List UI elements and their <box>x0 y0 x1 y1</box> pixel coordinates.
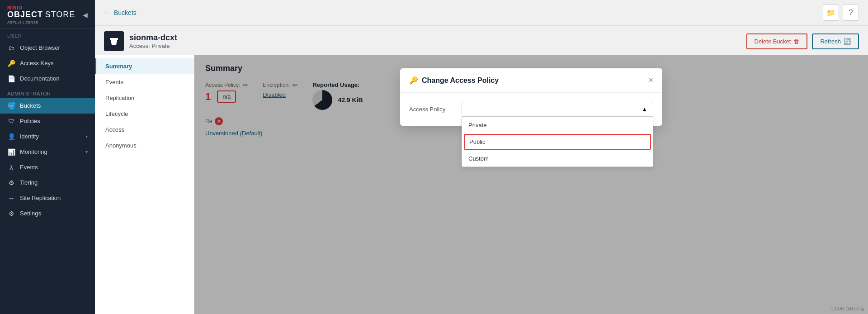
bucket-actions: Delete Bucket 🗑 Refresh 🔄 <box>746 33 859 49</box>
object-browser-icon: 🗂 <box>7 44 15 52</box>
sidebar-item-label: Tiering <box>20 179 88 186</box>
sidebar-item-label: Events <box>20 164 88 171</box>
access-policy-row: Access Policy ▲ Private <box>409 102 653 117</box>
policies-icon: 🛡 <box>7 118 15 125</box>
left-nav: Summary Events Replication Lifecycle Acc… <box>95 55 194 314</box>
nav-item-anonymous[interactable]: Anonymous <box>95 138 194 153</box>
site-replication-icon: ↔ <box>7 195 15 202</box>
bucket-access-label: Access: <box>129 43 150 49</box>
refresh-button[interactable]: Refresh 🔄 <box>812 33 859 49</box>
refresh-icon: 🔄 <box>844 38 851 45</box>
sidebar-item-label: Policies <box>20 118 88 124</box>
bucket-access-value: Private <box>151 43 170 49</box>
dropdown-item-public[interactable]: Public <box>464 134 651 150</box>
modal-title-text: Change Access Policy <box>422 76 499 85</box>
modal-close-button[interactable]: × <box>648 76 653 85</box>
breadcrumb: ← Buckets <box>104 9 137 16</box>
access-policy-dropdown[interactable]: ▲ Private Public <box>462 102 653 117</box>
sidebar-item-label: Buckets <box>20 102 88 109</box>
sidebar-item-documentation[interactable]: 📄 Documentation <box>0 71 95 86</box>
sidebar-item-site-replication[interactable]: ↔ Site Replication <box>0 190 95 206</box>
modal-overlay: 🔑 Change Access Policy × Access Policy ▲ <box>194 55 868 314</box>
bucket-name: sionma-dcxt <box>129 33 177 43</box>
sidebar-item-label: Site Replication <box>20 195 88 201</box>
admin-section-label: Administrator <box>0 86 95 98</box>
svg-rect-1 <box>110 38 118 39</box>
chevron-down-icon: ▾ <box>85 149 88 154</box>
modal-title: 🔑 Change Access Policy <box>409 76 499 85</box>
modal-field-label: Access Policy <box>409 106 454 113</box>
dropdown-item-private[interactable]: Private <box>462 117 653 133</box>
main-area: ← Buckets 📁 ? sionma-dcxt Access: Privat… <box>95 0 868 314</box>
nav-item-events[interactable]: Events <box>95 74 194 90</box>
refresh-label: Refresh <box>820 38 841 45</box>
sidebar: MINIO OBJECT STORE AGPL v3 LICENSE ◀ Use… <box>0 0 95 314</box>
tiering-icon: ⚙ <box>7 179 15 186</box>
sidebar-item-access-keys[interactable]: 🔑 Access Keys <box>0 56 95 71</box>
monitoring-icon: 📊 <box>7 148 15 156</box>
bucket-access: Access: Private <box>129 43 177 49</box>
nav-item-replication[interactable]: Replication <box>95 90 194 106</box>
logo-area: MINIO OBJECT STORE AGPL v3 LICENSE ◀ <box>0 0 95 29</box>
sidebar-item-tiering[interactable]: ⚙ Tiering <box>0 175 95 190</box>
private-option-label: Private <box>468 122 486 128</box>
modal-header: 🔑 Change Access Policy × <box>400 68 662 93</box>
delete-label: Delete Bucket <box>755 38 791 45</box>
bucket-info: sionma-dcxt Access: Private <box>104 31 177 51</box>
dropdown-item-custom[interactable]: Custom <box>462 151 653 167</box>
sidebar-item-settings[interactable]: ⚙ Settings <box>0 206 95 221</box>
buckets-breadcrumb-link[interactable]: Buckets <box>114 9 137 16</box>
modal-body: Access Policy ▲ Private <box>400 93 662 126</box>
logo-store: STORE <box>45 10 75 19</box>
sidebar-item-object-browser[interactable]: 🗂 Object Browser <box>0 40 95 56</box>
documentation-icon: 📄 <box>7 75 15 82</box>
custom-option-label: Custom <box>468 155 489 162</box>
sidebar-item-monitoring[interactable]: 📊 Monitoring ▾ <box>0 144 95 160</box>
logo-text: MINIO OBJECT STORE AGPL v3 LICENSE <box>7 5 75 24</box>
sidebar-item-label: Object Browser <box>20 44 88 51</box>
events-icon: λ <box>7 164 15 171</box>
collapse-sidebar-button[interactable]: ◀ <box>83 11 88 19</box>
sidebar-item-label: Documentation <box>20 75 88 82</box>
key-icon: 🔑 <box>409 76 418 85</box>
trash-icon: 🗑 <box>793 38 799 45</box>
sidebar-item-label: Settings <box>20 210 88 217</box>
dropdown-trigger[interactable]: ▲ <box>462 102 653 117</box>
sidebar-item-events[interactable]: λ Events <box>0 160 95 175</box>
nav-item-access[interactable]: Access <box>95 122 194 138</box>
logo-license: AGPL v3 LICENSE <box>7 20 75 24</box>
sidebar-item-label: Monitoring <box>20 148 81 155</box>
help-icon-button[interactable]: ? <box>843 5 859 21</box>
dropdown-list: Private Public Custom <box>462 117 653 167</box>
sidebar-item-buckets[interactable]: 🪣 Buckets <box>0 98 95 114</box>
sidebar-item-identity[interactable]: 👤 Identity ▾ <box>0 129 95 144</box>
folder-icon-button[interactable]: 📁 <box>823 5 839 21</box>
nav-item-lifecycle[interactable]: Lifecycle <box>95 106 194 122</box>
back-arrow-icon: ← <box>104 9 110 16</box>
chevron-down-icon: ▾ <box>85 134 88 139</box>
bucket-icon <box>104 31 124 51</box>
topbar: ← Buckets 📁 ? <box>95 0 868 26</box>
access-keys-icon: 🔑 <box>7 60 15 67</box>
settings-icon: ⚙ <box>7 210 15 217</box>
topbar-icons: 📁 ? <box>823 5 859 21</box>
content-area: Summary Events Replication Lifecycle Acc… <box>95 55 868 314</box>
sidebar-item-label: Access Keys <box>20 60 88 67</box>
public-option-label: Public <box>469 138 485 145</box>
bucket-header: sionma-dcxt Access: Private Delete Bucke… <box>95 26 868 55</box>
identity-icon: 👤 <box>7 133 15 140</box>
sidebar-item-policies[interactable]: 🛡 Policies <box>0 114 95 129</box>
bucket-name-area: sionma-dcxt Access: Private <box>129 33 177 49</box>
nav-item-summary[interactable]: Summary <box>95 58 194 74</box>
chevron-up-icon: ▲ <box>642 106 647 113</box>
buckets-icon: 🪣 <box>7 102 15 109</box>
delete-bucket-button[interactable]: Delete Bucket 🗑 <box>746 33 808 49</box>
summary-content: Summary Access Policy: ✏ 1 n/a Encryptio… <box>194 55 868 314</box>
logo-obj: OBJECT <box>7 10 43 19</box>
sidebar-item-label: Identity <box>20 133 81 140</box>
user-section-label: User <box>0 29 95 40</box>
change-access-policy-modal: 🔑 Change Access Policy × Access Policy ▲ <box>400 68 662 126</box>
